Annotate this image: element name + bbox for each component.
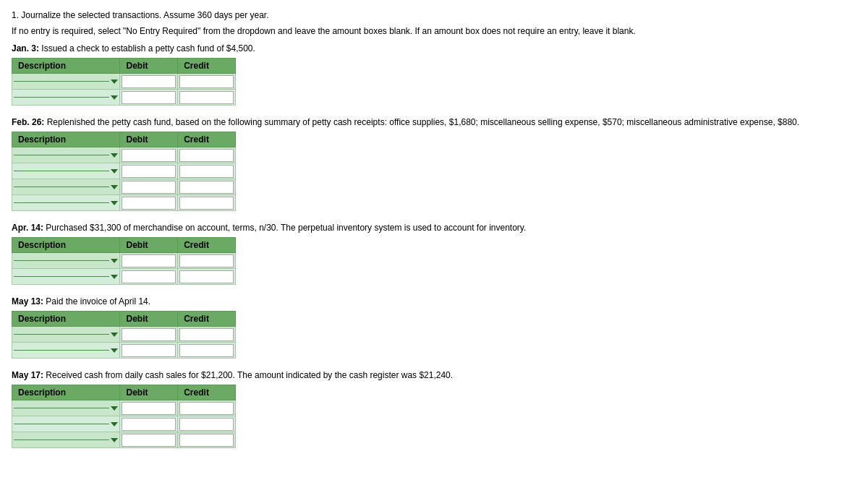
table-may17: DescriptionDebitCredit (12, 385, 236, 448)
credit-input-may17-2[interactable] (179, 434, 234, 447)
debit-input-may17-2[interactable] (122, 434, 176, 447)
credit-cell-jan3-1 (178, 90, 236, 106)
credit-cell-may17-1 (178, 416, 236, 432)
table-row (12, 195, 236, 211)
col-header-debit-may17: Debit (120, 385, 178, 400)
section-title-may17: May 17: Received cash from daily cash sa… (12, 370, 856, 380)
col-header-debit-feb26: Debit (120, 132, 178, 147)
col-header-debit-apr14: Debit (120, 238, 178, 253)
debit-input-may17-1[interactable] (122, 418, 176, 431)
credit-input-may17-0[interactable] (179, 402, 234, 415)
col-header-credit-may13: Credit (178, 312, 236, 327)
description-cell-may17-2 (12, 432, 120, 448)
col-header-debit-jan3: Debit (120, 59, 178, 74)
dropdown-arrow-apr14-1[interactable] (111, 275, 118, 279)
table-row (12, 74, 236, 90)
credit-input-may13-0[interactable] (179, 328, 234, 341)
credit-input-feb26-2[interactable] (179, 181, 234, 194)
description-cell-feb26-2 (12, 179, 120, 195)
debit-cell-may17-1 (120, 416, 178, 432)
table-row (12, 343, 236, 359)
debit-cell-may17-2 (120, 432, 178, 448)
credit-cell-may17-2 (178, 432, 236, 448)
debit-cell-may13-0 (120, 327, 178, 343)
dropdown-arrow-feb26-2[interactable] (111, 185, 118, 189)
description-cell-may17-0 (12, 400, 120, 416)
table-row (12, 147, 236, 163)
col-header-credit-jan3: Credit (178, 59, 236, 74)
debit-input-may13-0[interactable] (122, 328, 176, 341)
col-header-debit-may13: Debit (120, 312, 178, 327)
credit-input-feb26-1[interactable] (179, 165, 234, 178)
dropdown-arrow-feb26-0[interactable] (111, 153, 118, 158)
section-apr14: Apr. 14: Purchased $31,300 of merchandis… (12, 223, 856, 285)
sections-container: Jan. 3: Issued a check to establish a pe… (12, 43, 856, 448)
table-row (12, 400, 236, 416)
credit-cell-apr14-0 (178, 253, 236, 269)
dropdown-arrow-may13-1[interactable] (111, 348, 118, 353)
section-may13: May 13: Paid the invoice of April 14.Des… (12, 296, 856, 359)
description-cell-may13-0 (12, 327, 120, 343)
dropdown-arrow-may17-2[interactable] (111, 438, 118, 442)
description-cell-apr14-1 (12, 269, 120, 285)
table-row (12, 269, 236, 285)
dropdown-arrow-jan3-1[interactable] (111, 95, 118, 100)
debit-input-may17-0[interactable] (122, 402, 176, 415)
table-feb26: DescriptionDebitCredit (12, 132, 236, 211)
section-may17: May 17: Received cash from daily cash sa… (12, 370, 856, 448)
instruction-line-2: If no entry is required, select "No Entr… (12, 25, 856, 38)
dropdown-arrow-may17-0[interactable] (111, 406, 118, 411)
credit-cell-apr14-1 (178, 269, 236, 285)
credit-input-apr14-1[interactable] (179, 270, 234, 283)
col-header-description-may13: Description (12, 312, 120, 327)
credit-cell-may13-1 (178, 343, 236, 359)
section-title-jan3: Jan. 3: Issued a check to establish a pe… (12, 43, 856, 53)
table-may13: DescriptionDebitCredit (12, 311, 236, 359)
col-header-description-feb26: Description (12, 132, 120, 147)
credit-input-jan3-0[interactable] (179, 75, 234, 88)
credit-input-jan3-1[interactable] (179, 91, 234, 104)
col-header-credit-feb26: Credit (178, 132, 236, 147)
instructions-block: 1. Journalize the selected transactions.… (12, 9, 856, 38)
description-cell-feb26-3 (12, 195, 120, 211)
debit-input-apr14-0[interactable] (122, 254, 176, 267)
description-cell-may13-1 (12, 343, 120, 359)
credit-cell-may17-0 (178, 400, 236, 416)
credit-input-feb26-0[interactable] (179, 149, 234, 162)
col-header-description-may17: Description (12, 385, 120, 400)
credit-input-may13-1[interactable] (179, 344, 234, 357)
dropdown-arrow-apr14-0[interactable] (111, 259, 118, 263)
table-row (12, 163, 236, 179)
debit-input-feb26-1[interactable] (122, 165, 176, 178)
debit-cell-apr14-1 (120, 269, 178, 285)
credit-input-feb26-3[interactable] (179, 197, 234, 210)
debit-cell-feb26-2 (120, 179, 178, 195)
dropdown-arrow-may13-0[interactable] (111, 333, 118, 337)
debit-input-jan3-0[interactable] (122, 75, 176, 88)
table-row (12, 327, 236, 343)
dropdown-arrow-jan3-0[interactable] (111, 80, 118, 84)
description-cell-may17-1 (12, 416, 120, 432)
credit-cell-feb26-1 (178, 163, 236, 179)
debit-cell-feb26-1 (120, 163, 178, 179)
credit-input-apr14-0[interactable] (179, 254, 234, 267)
dropdown-arrow-may17-1[interactable] (111, 422, 118, 426)
debit-cell-may17-0 (120, 400, 178, 416)
table-jan3: DescriptionDebitCredit (12, 58, 236, 106)
debit-input-jan3-1[interactable] (122, 91, 176, 104)
debit-input-feb26-0[interactable] (122, 149, 176, 162)
credit-cell-feb26-0 (178, 147, 236, 163)
debit-input-may13-1[interactable] (122, 344, 176, 357)
credit-input-may17-1[interactable] (179, 418, 234, 431)
debit-input-apr14-1[interactable] (122, 270, 176, 283)
debit-cell-apr14-0 (120, 253, 178, 269)
description-cell-feb26-0 (12, 147, 120, 163)
table-apr14: DescriptionDebitCredit (12, 237, 236, 285)
credit-cell-feb26-2 (178, 179, 236, 195)
description-cell-jan3-0 (12, 74, 120, 90)
debit-input-feb26-3[interactable] (122, 197, 176, 210)
debit-input-feb26-2[interactable] (122, 181, 176, 194)
dropdown-arrow-feb26-1[interactable] (111, 169, 118, 173)
dropdown-arrow-feb26-3[interactable] (111, 201, 118, 205)
description-cell-jan3-1 (12, 90, 120, 106)
